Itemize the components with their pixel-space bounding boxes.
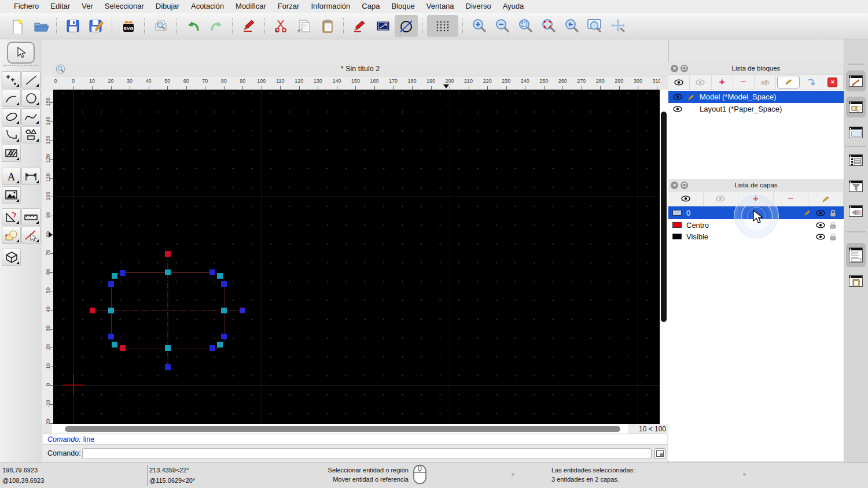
select-tool-button[interactable]	[7, 42, 35, 64]
lock-icon[interactable]	[830, 209, 836, 217]
pencil-icon[interactable]	[803, 209, 811, 217]
cyan-selection-handle[interactable]	[112, 342, 117, 347]
red-selection-handle[interactable]	[90, 308, 95, 313]
eye-icon[interactable]	[816, 234, 825, 240]
paste-button[interactable]	[316, 15, 339, 37]
save-as-button[interactable]	[84, 15, 108, 37]
text-tool-button[interactable]: A	[2, 168, 21, 185]
block-row-model[interactable]: Model (*Model_Space)	[668, 91, 844, 103]
menu-item-forzar[interactable]: Forzar	[272, 0, 306, 13]
grid-toggle-button[interactable]	[427, 15, 458, 37]
hatch-tool-button[interactable]	[2, 145, 21, 162]
blue-selection-handle[interactable]	[165, 364, 171, 370]
dock-entity-list-button[interactable]	[846, 150, 866, 171]
command-options-button[interactable]	[654, 448, 665, 459]
dimension-tool-button[interactable]	[21, 168, 41, 185]
menu-item-diverso[interactable]: Diverso	[460, 0, 497, 13]
zoom-out-button[interactable]	[491, 15, 514, 37]
solid-3d-tool-button[interactable]	[2, 249, 21, 266]
eye-icon[interactable]	[816, 222, 825, 228]
lock-icon[interactable]	[830, 233, 836, 241]
copy-button[interactable]: +	[293, 15, 316, 37]
dock-clipboard-button[interactable]	[846, 271, 866, 291]
points-tool-button[interactable]	[2, 71, 21, 88]
selected-rounded-rectangle[interactable]	[111, 272, 225, 349]
dock-strip-handle[interactable]	[848, 64, 863, 65]
drawing-canvas[interactable]	[53, 90, 660, 424]
cyan-selection-handle[interactable]	[108, 308, 114, 313]
edit-layer-button[interactable]	[808, 191, 844, 206]
measure-tool-button[interactable]	[21, 208, 41, 225]
menu-item-seleccionar[interactable]: Seleccionar	[99, 0, 150, 13]
spline-tool-button[interactable]	[21, 108, 41, 125]
vertical-scrollbar-thumb[interactable]	[661, 112, 667, 322]
blue-selection-handle[interactable]	[221, 334, 227, 339]
block-row-layout1[interactable]: Layout1 (*Paper_Space)	[668, 103, 844, 115]
save-button[interactable]	[61, 15, 84, 37]
dock-block-list-button[interactable]	[846, 97, 866, 117]
menu-item-editar[interactable]: Editar	[45, 0, 76, 13]
edit-block-button[interactable]	[777, 76, 799, 88]
special-selection-handle[interactable]	[240, 308, 245, 313]
red-selection-handle[interactable]	[120, 345, 126, 351]
menu-item-modificar[interactable]: Modificar	[230, 0, 272, 13]
cyan-selection-handle[interactable]	[217, 342, 223, 347]
print-preview-button[interactable]	[149, 15, 172, 37]
rename-block-button[interactable]: a|b	[755, 75, 776, 90]
zoom-in-button[interactable]	[468, 15, 491, 37]
zoom-auto-button[interactable]	[514, 15, 537, 37]
cyan-selection-handle[interactable]	[221, 308, 227, 313]
menu-item-ventana[interactable]: Ventana	[421, 0, 460, 13]
deselect-tool-button[interactable]	[21, 227, 41, 244]
insert-block-button[interactable]	[801, 75, 822, 90]
blue-selection-handle[interactable]	[120, 270, 126, 276]
menu-item-fichero[interactable]: Fichero	[8, 0, 45, 13]
line-tool-button[interactable]	[21, 71, 41, 88]
dock-notification-button[interactable]	[846, 201, 866, 221]
zoom-window-button[interactable]	[583, 15, 606, 37]
circle-tool-button[interactable]	[21, 90, 41, 107]
draft-mode-button[interactable]	[395, 15, 418, 37]
eye-icon[interactable]	[673, 106, 682, 112]
delete-block-button[interactable]: ✕	[822, 75, 844, 90]
menu-item-ver[interactable]: Ver	[76, 0, 99, 13]
blue-selection-handle[interactable]	[108, 281, 114, 287]
menu-item-información[interactable]: Información	[305, 0, 356, 13]
show-all-layers-button[interactable]	[668, 191, 704, 206]
hide-all-layers-button[interactable]	[704, 191, 739, 206]
blue-selection-handle[interactable]	[209, 345, 215, 351]
entity-attributes-button[interactable]	[372, 15, 395, 37]
image-tool-button[interactable]	[2, 186, 21, 204]
polygon-shapes-tool-button[interactable]	[21, 126, 41, 143]
eye-icon[interactable]	[816, 210, 825, 216]
cyan-selection-handle[interactable]	[217, 273, 223, 279]
arc-tool-button[interactable]	[2, 90, 21, 107]
red-selection-handle[interactable]	[165, 251, 171, 257]
modify-tool-button[interactable]	[2, 208, 21, 225]
menu-item-dibujar[interactable]: Dibujar	[150, 0, 185, 13]
pen-attributes-button[interactable]	[348, 15, 372, 37]
blue-selection-handle[interactable]	[108, 334, 114, 339]
command-input[interactable]	[82, 448, 652, 459]
dock-command-line-button[interactable]	[846, 243, 866, 267]
remove-layer-button[interactable]: −	[774, 191, 809, 206]
menu-item-bloque[interactable]: Bloque	[385, 0, 420, 13]
blue-selection-handle[interactable]	[221, 281, 227, 287]
draw-order-pen-button[interactable]	[237, 15, 260, 37]
menu-item-capa[interactable]: Capa	[356, 0, 385, 13]
remove-block-button[interactable]: −	[733, 75, 755, 90]
dock-library-browser-button[interactable]	[846, 122, 866, 143]
cyan-selection-handle[interactable]	[165, 345, 171, 351]
zoom-previous-button[interactable]	[560, 15, 583, 37]
ellipse-tool-button[interactable]	[2, 108, 21, 125]
horizontal-scrollbar-thumb[interactable]	[65, 426, 620, 432]
cyan-selection-handle[interactable]	[112, 273, 117, 279]
block-create-tool-button[interactable]	[2, 227, 21, 244]
dock-filter-button[interactable]	[846, 176, 866, 197]
lock-icon[interactable]	[830, 221, 836, 229]
add-block-button[interactable]: +	[712, 75, 733, 90]
open-file-button[interactable]	[29, 15, 52, 37]
polyline-tool-button[interactable]	[2, 126, 21, 143]
zoom-pan-button[interactable]	[606, 15, 630, 37]
new-document-button[interactable]	[6, 15, 29, 37]
